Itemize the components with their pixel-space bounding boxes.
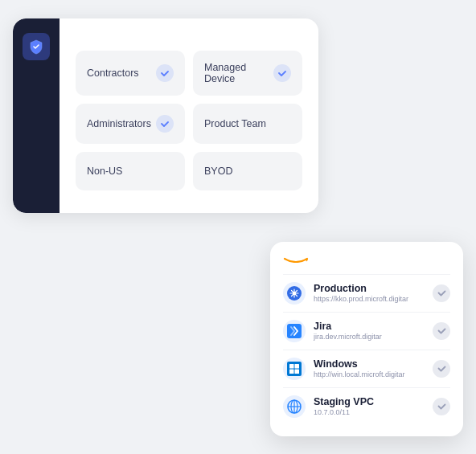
aws-item-name: Staging VPC <box>314 396 425 408</box>
aws-item-check <box>433 360 450 378</box>
aws-item-icon <box>283 282 306 305</box>
aws-items-list: Production https://kko.prod.microft.digi… <box>283 274 450 425</box>
aws-item-icon <box>283 320 306 342</box>
aws-item-check <box>433 322 450 340</box>
scene: Contractors Managed Device Administrator… <box>13 18 463 436</box>
aws-item-name: Windows <box>314 358 425 370</box>
aws-item-info: Windows http://win.local.microft.digitar <box>314 358 425 378</box>
aws-item-info: Staging VPC 10.7.0.0/11 <box>314 396 425 416</box>
svg-rect-4 <box>287 362 302 376</box>
groups-content: Contractors Managed Device Administrator… <box>60 18 318 213</box>
group-chip-label: Managed Device <box>204 62 273 84</box>
group-chip[interactable]: Managed Device <box>193 51 302 96</box>
aws-item-icon <box>283 358 306 380</box>
aws-item-info: Production https://kko.prod.microft.digi… <box>314 283 425 303</box>
user-groups-card: Contractors Managed Device Administrator… <box>13 18 318 213</box>
group-chip-label: Product Team <box>204 118 266 129</box>
aws-item-info: Jira jira.dev.microft.digitar <box>314 321 425 341</box>
group-chip[interactable]: Product Team <box>193 104 302 144</box>
aws-item[interactable]: Windows http://win.local.microft.digitar <box>283 350 450 387</box>
aws-item[interactable]: Staging VPC 10.7.0.0/11 <box>283 387 450 425</box>
shield-icon <box>23 33 50 60</box>
aws-header <box>283 256 450 263</box>
aws-item-url: 10.7.0.0/11 <box>314 408 410 416</box>
group-chip[interactable]: Administrators <box>76 104 185 144</box>
check-circle-active <box>156 115 174 133</box>
svg-rect-5 <box>289 364 294 369</box>
aws-item-name: Jira <box>314 321 425 333</box>
group-chip[interactable]: Non-US <box>76 152 185 190</box>
aws-item-icon <box>283 395 306 418</box>
aws-item-url: jira.dev.microft.digitar <box>314 333 410 341</box>
aws-smile-icon <box>283 257 309 263</box>
aws-card: Production https://kko.prod.microft.digi… <box>270 242 463 436</box>
sidebar <box>13 18 60 213</box>
group-chip-label: Contractors <box>87 67 139 79</box>
group-chip-label: Administrators <box>87 118 151 129</box>
svg-rect-7 <box>289 369 294 374</box>
group-chip-label: Non-US <box>87 166 122 177</box>
aws-item-url: https://kko.prod.microft.digitar <box>314 295 410 303</box>
aws-logo <box>283 256 309 263</box>
svg-point-2 <box>293 292 296 295</box>
group-chip[interactable]: BYOD <box>193 152 302 190</box>
svg-rect-6 <box>295 364 300 369</box>
aws-item-check <box>433 398 450 415</box>
aws-item[interactable]: Production https://kko.prod.microft.digi… <box>283 274 450 312</box>
group-chip-label: BYOD <box>204 166 232 177</box>
groups-grid: Contractors Managed Device Administrator… <box>76 51 302 190</box>
check-circle-active <box>156 64 174 82</box>
group-chip[interactable]: Contractors <box>76 51 185 96</box>
svg-rect-8 <box>295 369 300 374</box>
check-circle-active <box>273 64 291 82</box>
aws-item-name: Production <box>314 283 425 295</box>
aws-item[interactable]: Jira jira.dev.microft.digitar <box>283 312 450 350</box>
aws-item-url: http://win.local.microft.digitar <box>314 370 410 378</box>
aws-item-check <box>433 284 450 302</box>
